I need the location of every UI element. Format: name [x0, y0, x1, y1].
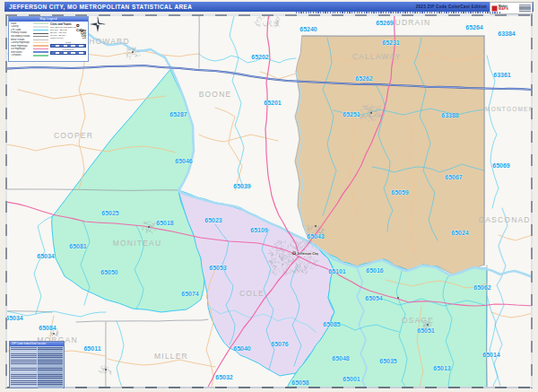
state-capital-icon: ✪ — [292, 250, 296, 256]
zip-label: 65081 — [69, 243, 87, 249]
zip-label: 65262 — [355, 75, 373, 82]
zip-label: 65024 — [451, 230, 469, 236]
zip-label: 65016 — [366, 267, 384, 274]
zip-index-panel: ZIP Code Index/Grid Locator — [9, 341, 65, 388]
zip-label: 65264 — [465, 24, 483, 30]
zip-label: 65201 — [264, 100, 282, 106]
zip-label: 65040 — [233, 345, 251, 352]
page-title: JEFFERSON CITY, MO METROPOLITAN STATISTI… — [4, 4, 192, 10]
town-dot — [53, 333, 55, 335]
town-dot — [132, 51, 134, 53]
edition-label: 2023 ZIP Code ColorCast Edition — [416, 4, 487, 9]
county-label: COOPER — [54, 131, 93, 140]
zip-label: 65051 — [417, 327, 435, 334]
zip-label: 65053 — [209, 265, 227, 271]
scale-bar-kilometers: Kilometers — [50, 48, 86, 55]
zip-label: 65287 — [169, 111, 187, 118]
zip-label: 65062 — [473, 284, 491, 291]
zip-label: 65013 — [433, 365, 451, 371]
copyright-microtext — [296, 12, 500, 13]
town-dot — [315, 225, 317, 227]
town-dot — [148, 226, 150, 228]
zip-index-column-right — [38, 347, 64, 388]
city-labels: ✪Jefferson City — [292, 250, 318, 256]
zip-index-column-left — [11, 347, 37, 388]
zip-label: 65014 — [482, 352, 500, 358]
header-bar: JEFFERSON CITY, MO METROPOLITAN STATISTI… — [4, 2, 534, 12]
zip-label: 65046 — [175, 158, 193, 164]
county-label: MONITEAU — [113, 239, 161, 248]
zip-label: 65202 — [251, 54, 269, 60]
zip-label: 65018 — [156, 220, 174, 226]
zip-label: 65074 — [181, 291, 199, 297]
county-label: COLE — [239, 289, 265, 298]
zip-label: 65001 — [343, 376, 360, 382]
grid-ruler-bottom — [5, 387, 533, 389]
zip-label: 65058 — [291, 379, 309, 386]
zip-label: 65043 — [307, 233, 325, 240]
zip-label: 65109 — [250, 227, 268, 233]
zip-label: 65050 — [100, 269, 118, 275]
town-dot — [370, 112, 372, 114]
zip-label: 65034 — [5, 315, 23, 321]
county-label: CALLAWAY — [352, 52, 402, 61]
zip-label: 65101 — [328, 268, 346, 274]
city-label: Jefferson City — [297, 252, 318, 256]
zip-label: 63361 — [493, 72, 511, 78]
zip-label: 65084 — [39, 325, 56, 331]
zip-label: 65023 — [204, 217, 222, 223]
brand-logo-tag — [519, 4, 531, 13]
zip-label: 65059 — [391, 189, 409, 196]
town-dot — [105, 369, 107, 370]
zip-label: 65076 — [271, 341, 289, 347]
zip-label: 63384 — [498, 30, 516, 37]
zip-label: 65231 — [382, 39, 400, 46]
map-legend: Map Legend StateCountyZIP CodePrimary Ro… — [8, 16, 89, 62]
county-label: HOWARD — [89, 37, 130, 46]
zip-label: 65054 — [365, 295, 383, 301]
zip-label: 65069 — [492, 162, 510, 169]
legend-line-samples: StateCountyZIP CodePrimary RoadsSecondar… — [9, 22, 50, 58]
map-page: JEFFERSON CITY, MO METROPOLITAN STATISTI… — [0, 0, 538, 392]
scale-bar-miles: Miles — [50, 41, 86, 48]
county-label: OSAGE — [402, 316, 434, 325]
grid-ruler-left — [5, 14, 7, 388]
compass-rose-icon — [90, 16, 106, 32]
legend-cities-column: Cities and Towns Over 250,000 and State … — [50, 22, 88, 58]
town-dot — [397, 297, 399, 299]
county-label: AUDRAIN — [389, 18, 431, 27]
zip-label: 65039 — [233, 183, 251, 189]
county-label: MILLER — [154, 352, 188, 361]
grid-ruler-right — [531, 14, 533, 388]
zip-label: 65085 — [323, 321, 341, 327]
zip-label: 65048 — [332, 355, 350, 362]
zip-label: 65251 — [343, 111, 360, 118]
county-label: GASCONADE — [478, 215, 533, 224]
zip-label: 65025 — [101, 210, 119, 216]
zip-label: 65269 — [376, 20, 394, 26]
zip-label: 65240 — [299, 26, 317, 32]
county-label: MONTGOMERY — [485, 106, 533, 112]
zip-label: 65034 — [37, 253, 55, 259]
zip-label: 65035 — [379, 358, 397, 364]
legend-row: Turnpikes — [11, 54, 48, 57]
zip-label: 65067 — [445, 174, 463, 180]
zip-label: 65032 — [215, 374, 233, 380]
zip-label: 63388 — [441, 112, 459, 118]
map-canvas: HOWARDBOONECOOPERAUDRAINCALLAWAYMONTGOME… — [5, 14, 533, 388]
legend-city-row: Under 10,000City — [50, 37, 86, 39]
brand-logo-line2: MAPS — [499, 8, 508, 12]
brand-logo-icon — [491, 5, 498, 12]
county-label: BOONE — [199, 90, 232, 99]
zip-label: 65011 — [83, 345, 100, 352]
